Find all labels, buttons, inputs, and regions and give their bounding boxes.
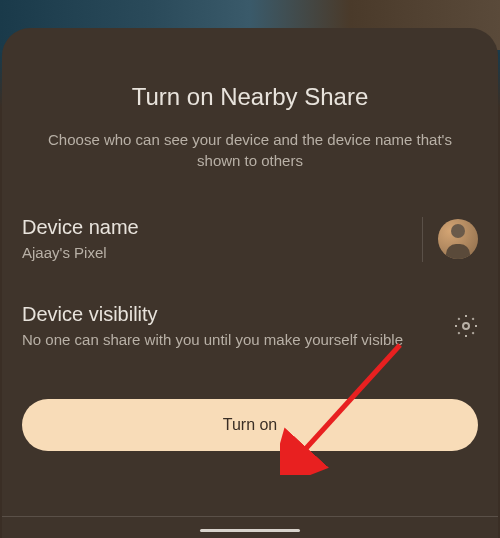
sheet-title: Turn on Nearby Share [22, 83, 478, 111]
device-name-label: Device name [22, 216, 422, 239]
nearby-share-sheet: Turn on Nearby Share Choose who can see … [2, 28, 498, 538]
navigation-bar [2, 518, 498, 538]
sheet-subtitle: Choose who can see your device and the d… [22, 129, 478, 171]
device-visibility-description: No one can share with you until you make… [22, 330, 454, 350]
svg-point-0 [463, 323, 469, 329]
device-name-section[interactable]: Device name Ajaay's Pixel [22, 216, 478, 263]
device-name-content: Device name Ajaay's Pixel [22, 216, 422, 263]
device-visibility-section[interactable]: Device visibility No one can share with … [22, 303, 478, 350]
turn-on-button[interactable]: Turn on [22, 399, 478, 451]
device-visibility-content: Device visibility No one can share with … [22, 303, 454, 350]
device-name-value: Ajaay's Pixel [22, 243, 422, 263]
vertical-divider [422, 217, 423, 262]
nav-handle[interactable] [200, 529, 300, 532]
user-avatar[interactable] [438, 219, 478, 259]
gear-icon[interactable] [454, 314, 478, 338]
device-visibility-label: Device visibility [22, 303, 454, 326]
